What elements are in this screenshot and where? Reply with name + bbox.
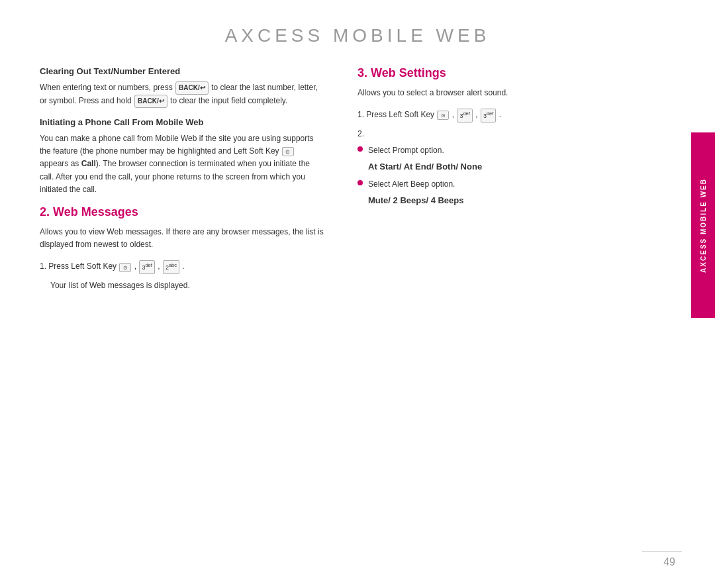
bullet-dot-1 <box>358 146 363 152</box>
section-web-settings: 3. Web Settings Allows you to select a b… <box>358 66 642 205</box>
websettings-step1: 1. Press Left Soft Key ⊙ , 3def , 3def . <box>358 109 642 122</box>
clearing-paragraph: When entering text or numbers, press BAC… <box>40 81 324 108</box>
page-title: AXCESS MOBILE WEB <box>0 0 715 66</box>
websettings-option1: At Start/ At End/ Both/ None <box>368 162 642 172</box>
websettings-step2: 2. <box>358 128 642 140</box>
page-container: AXCESS MOBILE WEB AXCESS MOBILE WEB Clea… <box>0 0 715 588</box>
phone-paragraph: You can make a phone call from Mobile We… <box>40 132 324 196</box>
key-3def-2: 3def <box>457 109 472 122</box>
key-3def-3: 3def <box>481 109 496 122</box>
bullet-dot-2 <box>358 180 363 185</box>
section-heading-phone: Initiating a Phone Call From Mobile Web <box>40 117 324 127</box>
backkey-btn1: BACK/↩ <box>175 81 209 95</box>
section-phone-call: Initiating a Phone Call From Mobile Web … <box>40 117 324 196</box>
right-column: 3. Web Settings Allows you to select a b… <box>358 66 642 301</box>
bottom-divider <box>642 551 682 552</box>
left-soft-key-icon: ⊙ <box>282 147 294 156</box>
key-3def-1: 3def <box>139 260 154 273</box>
backkey-btn2: BACK/↩ <box>134 95 167 108</box>
section-heading-webmessages: 2. Web Messages <box>40 205 324 219</box>
clearing-text-end: to clear the input field completely. <box>170 96 287 105</box>
left-column: Clearing Out Text/Number Entered When en… <box>40 66 324 301</box>
soft-key-icon1: ⊙ <box>119 263 131 272</box>
webmessages-result: Your list of Web messages is displayed. <box>50 279 324 292</box>
key-2abc: 2abc <box>163 260 179 273</box>
section-heading-websettings: 3. Web Settings <box>358 66 642 80</box>
websettings-bullet1: Select Prompt option. <box>358 144 642 156</box>
side-tab: AXCESS MOBILE WEB <box>691 132 715 318</box>
content-area: Clearing Out Text/Number Entered When en… <box>0 66 715 301</box>
page-number: 49 <box>663 556 675 568</box>
websettings-intro: Allows you to select a browser alert sou… <box>358 87 642 99</box>
webmessages-step1: 1. Press Left Soft Key ⊙ , 3def , 2abc . <box>40 260 324 273</box>
soft-key-icon2: ⊙ <box>437 111 449 120</box>
side-tab-text: AXCESS MOBILE WEB <box>700 178 707 273</box>
clearing-text-before: When entering text or numbers, press <box>40 83 173 92</box>
webmessages-intro: Allows you to view Web messages. If ther… <box>40 226 324 251</box>
section-web-messages: 2. Web Messages Allows you to view Web m… <box>40 205 324 292</box>
websettings-option2: Mute/ 2 Beeps/ 4 Beeps <box>368 195 642 205</box>
websettings-bullet2: Select Alert Beep option. <box>358 178 642 190</box>
section-clearing-text: Clearing Out Text/Number Entered When en… <box>40 66 324 108</box>
section-heading-clearing: Clearing Out Text/Number Entered <box>40 66 324 76</box>
